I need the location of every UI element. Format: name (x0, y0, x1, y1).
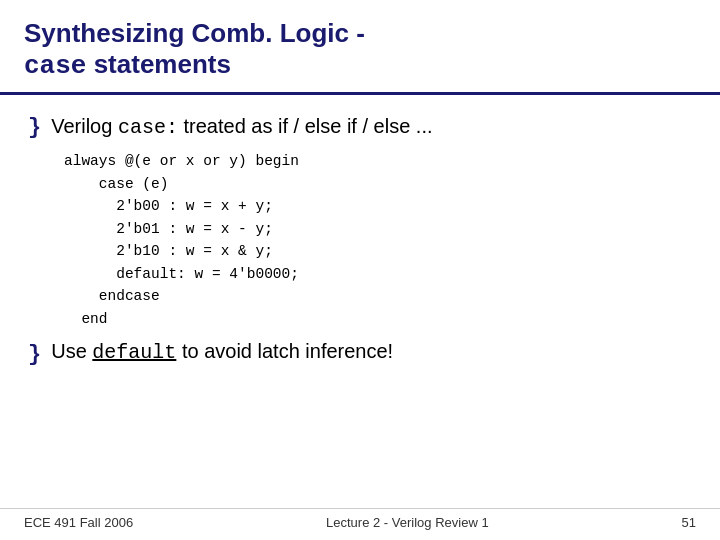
title-line2: case statements (24, 49, 696, 82)
bullet-1-code: case: (118, 116, 178, 139)
bullet-2-content: Use default to avoid latch inference! (51, 340, 393, 364)
title-area: Synthesizing Comb. Logic - case statemen… (0, 0, 720, 95)
title-line2-suffix: statements (86, 49, 231, 79)
bullet-item-2: } Use default to avoid latch inference! (28, 340, 692, 367)
bullet-2-text-before: Use (51, 340, 92, 362)
bullet-2-text-after: to avoid latch inference! (176, 340, 393, 362)
footer: ECE 491 Fall 2006 Lecture 2 - Verilog Re… (0, 508, 720, 530)
footer-page: 51 (682, 515, 696, 530)
title-line1: Synthesizing Comb. Logic - (24, 18, 696, 49)
bullet-symbol-1: } (28, 115, 41, 140)
bullet-2-underline: default (92, 341, 176, 364)
bullet-1-text-before: Verilog (51, 115, 118, 137)
bullet-1-text-after: treated as if / else if / else ... (178, 115, 433, 137)
bullet-1-content: Verilog case: treated as if / else if / … (51, 113, 432, 139)
footer-left: ECE 491 Fall 2006 (24, 515, 133, 530)
content-area: } Verilog case: treated as if / else if … (0, 95, 720, 387)
bullet-symbol-2: } (28, 342, 41, 367)
title-code: case (24, 51, 86, 81)
slide: Synthesizing Comb. Logic - case statemen… (0, 0, 720, 540)
code-block: always @(e or x or y) begin case (e) 2'b… (64, 150, 692, 330)
bullet-item-1: } Verilog case: treated as if / else if … (28, 113, 692, 140)
footer-center: Lecture 2 - Verilog Review 1 (326, 515, 489, 530)
